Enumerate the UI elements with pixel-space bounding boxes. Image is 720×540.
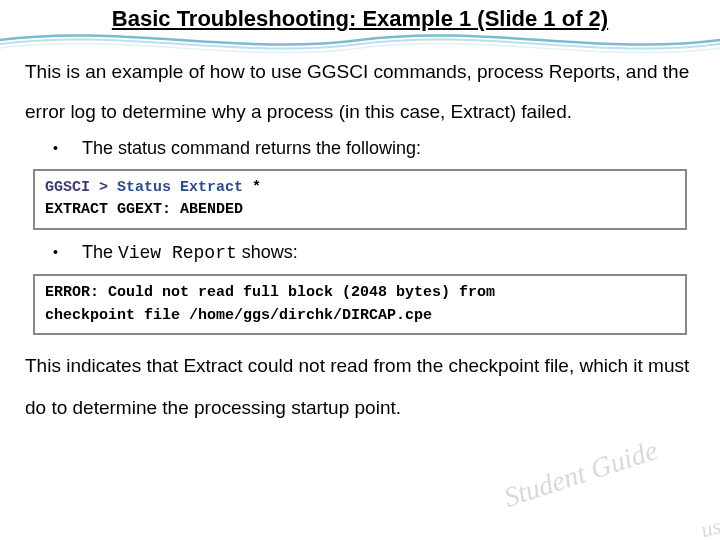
bullet2-mono: View Report [118,243,237,263]
slide-title: Basic Troubleshooting: Example 1 (Slide … [0,0,720,42]
bullet-dot: • [53,136,58,160]
slide-content: This is an example of how to use GGSCI c… [0,42,720,429]
conclusion-paragraph: This indicates that Extract could not re… [25,345,695,429]
code1-command: Status Extract [117,179,243,196]
bullet-item-2: • The View Report shows: [53,240,695,266]
code1-star: * [252,179,261,196]
bullet-item-1: • The status command returns the followi… [53,136,695,161]
code-block-1: GGSCI > Status Extract * EXTRACT GGEXT: … [33,169,687,230]
bullet-2-text: The View Report shows: [82,240,298,266]
bullet2-pre: The [82,242,118,262]
code1-prompt: GGSCI > [45,179,108,196]
code-block-2: ERROR: Could not read full block (2048 b… [33,274,687,335]
intro-paragraph: This is an example of how to use GGSCI c… [25,52,695,132]
bullet-dot: • [53,240,58,264]
code2-line1: ERROR: Could not read full block (2048 b… [45,282,675,305]
code2-line2: checkpoint file /home/ggs/dirchk/DIRCAP.… [45,305,675,328]
code1-output: EXTRACT GGEXT: ABENDED [45,199,675,222]
bullet-1-text: The status command returns the following… [82,136,421,161]
bullet2-post: shows: [237,242,298,262]
